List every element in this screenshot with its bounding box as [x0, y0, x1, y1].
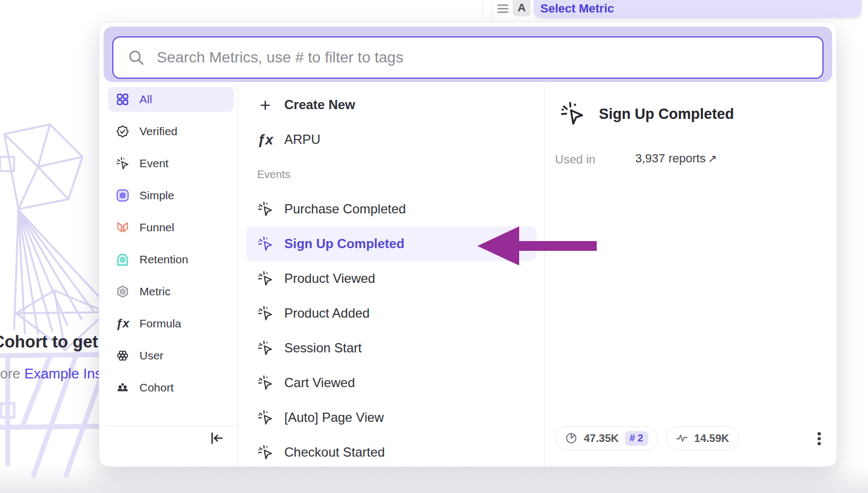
formula-fx-icon: ƒx [257, 131, 273, 148]
used-in-label: Used in [555, 153, 596, 167]
background-link-fragment: ore Example Ins [0, 365, 100, 382]
sidebar-item-label: All [139, 93, 152, 106]
list-item-product-viewed[interactable]: Product Viewed [246, 261, 537, 296]
retention-icon [116, 252, 130, 267]
list-item-label: ARPU [284, 132, 321, 147]
user-cluster-icon [116, 349, 130, 363]
verified-badge-icon [116, 124, 130, 138]
sidebar-item-verified[interactable]: Verified [108, 119, 234, 144]
create-new-label: Create New [284, 97, 355, 112]
funnel-icon [116, 220, 130, 235]
sidebar-item-label: Verified [139, 125, 177, 138]
external-link-icon: ↗ [708, 153, 717, 165]
event-cursor-icon [257, 236, 273, 252]
sidebar-item-formula[interactable]: ƒx Formula [108, 311, 234, 336]
list-item-cart-viewed[interactable]: Cart Viewed [246, 365, 537, 400]
list-item-label: [Auto] Page View [284, 410, 384, 425]
event-cursor-icon [257, 444, 273, 460]
sidebar-item-label: User [139, 349, 163, 362]
list-item-label: Product Viewed [284, 271, 375, 286]
create-new-button[interactable]: + Create New [246, 87, 537, 122]
activity-chip[interactable]: 14.59K [666, 426, 739, 450]
sidebar-item-simple[interactable]: Simple [108, 183, 234, 208]
list-item-label: Product Added [284, 306, 369, 321]
stat-value: 47.35K [584, 432, 619, 445]
select-metric-bar[interactable]: Select Metric [534, 0, 861, 17]
list-item-product-added[interactable]: Product Added [246, 296, 537, 331]
section-header-label: Events [257, 168, 290, 181]
search-input[interactable] [157, 41, 822, 74]
kebab-menu-icon[interactable] [810, 429, 828, 448]
category-sidebar: All Verified Event Simple Funnel Retenti… [108, 87, 234, 407]
list-item-checkout-started[interactable]: Checkout Started [246, 435, 537, 467]
activity-icon [675, 432, 688, 445]
sidebar-item-label: Metric [139, 285, 170, 298]
total-count-chip[interactable]: 47.35K # 2 [555, 426, 658, 450]
page-bottom-shadow [0, 465, 868, 493]
sidebar-item-label: Simple [139, 189, 174, 202]
sidebar-item-event[interactable]: Event [108, 151, 234, 176]
list-item-arpu[interactable]: ƒx ARPU [246, 122, 537, 157]
list-item-sign-up-completed[interactable]: Sign Up Completed [246, 226, 537, 261]
metric-hexagon-icon [116, 285, 130, 299]
list-item-session-start[interactable]: Session Start [246, 331, 537, 365]
event-cursor-icon [257, 305, 273, 321]
list-item-label: Cart Viewed [284, 375, 355, 390]
sidebar-item-funnel[interactable]: Funnel [108, 215, 234, 240]
metric-picker-dialog: All Verified Event Simple Funnel Retenti… [99, 22, 837, 467]
sidebar-item-metric[interactable]: Metric [108, 279, 234, 304]
list-item-label: Purchase Completed [284, 201, 406, 217]
background-link-prefix: ore [0, 365, 24, 382]
sidebar-item-label: Funnel [139, 221, 174, 234]
list-item-auto-page-view[interactable]: [Auto] Page View [246, 400, 537, 435]
grid-icon [116, 92, 130, 106]
detail-title: Sign Up Completed [599, 106, 734, 123]
events-section-header: Events [246, 157, 537, 192]
event-cursor-icon [257, 340, 273, 356]
pie-chart-icon [565, 432, 578, 445]
sidebar-item-all[interactable]: All [108, 87, 234, 112]
plus-icon: + [257, 97, 273, 113]
sidebar-item-label: Formula [139, 317, 181, 330]
background-illustration [0, 122, 108, 481]
sidebar-item-cohort[interactable]: Cohort [108, 375, 234, 400]
event-cursor-icon [257, 409, 273, 426]
drag-handle-icon[interactable] [497, 3, 509, 14]
sidebar-item-user[interactable]: User [108, 343, 234, 368]
stat-value: 14.59K [694, 432, 730, 445]
sidebar-divider [238, 85, 238, 466]
metric-list: + Create New ƒx ARPU Events Purchase Com… [246, 87, 537, 467]
list-item-purchase-completed[interactable]: Purchase Completed [246, 192, 537, 226]
event-cursor-icon [257, 201, 273, 217]
event-cursor-icon [559, 100, 585, 127]
panel-divider-line [482, 0, 483, 16]
sidebar-item-label: Cohort [139, 381, 174, 394]
event-cursor-icon [257, 375, 273, 391]
event-cursor-icon [116, 156, 130, 170]
list-item-label: Session Start [284, 340, 362, 356]
formula-fx-icon: ƒx [116, 317, 130, 331]
sidebar-item-label: Event [139, 157, 169, 170]
collapse-left-icon[interactable] [208, 429, 225, 447]
sidebar-item-retention[interactable]: Retention [108, 247, 234, 272]
reports-count: 3,937 reports [635, 151, 706, 165]
detail-divider [544, 85, 545, 466]
sidebar-item-label: Retention [139, 253, 188, 266]
list-item-label: Checkout Started [284, 445, 385, 460]
reports-link[interactable]: 3,937 reports↗ [635, 151, 717, 166]
event-cursor-icon [257, 270, 273, 287]
sidebar-footer-divider [104, 426, 238, 426]
background-heading-fragment: Cohort to get s [0, 332, 100, 352]
query-step-badge: A [513, 0, 531, 16]
search-field-container [112, 36, 824, 79]
example-insights-link[interactable]: Example Ins [24, 365, 100, 382]
rank-badge: # 2 [625, 431, 648, 446]
search-focus-ring [104, 27, 832, 82]
metric-stats: 47.35K # 2 14.59K [555, 426, 739, 450]
list-item-label: Sign Up Completed [284, 236, 404, 251]
simple-icon [116, 188, 130, 203]
select-metric-title: Select Metric [540, 2, 614, 16]
cohort-people-icon [116, 381, 130, 395]
search-icon [127, 49, 145, 66]
